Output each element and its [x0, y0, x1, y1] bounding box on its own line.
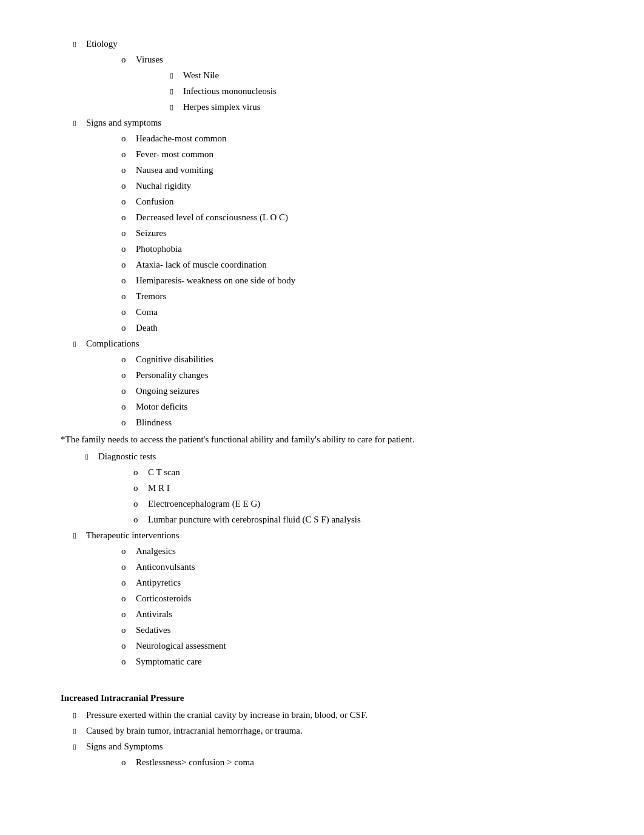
coma-item: o Coma	[61, 305, 595, 319]
bullet-l2-personality: o	[121, 368, 136, 382]
cognitive-label: Cognitive disabilities	[136, 352, 213, 367]
bullet-l2-ct-scan: o	[133, 465, 148, 479]
loc-item: o Decreased level of consciousness (L O …	[61, 210, 595, 225]
seizures-label: Seizures	[136, 226, 167, 240]
infectious-mono-item: ▯ Infectious mononucleosis	[61, 84, 595, 98]
icp-heading: Increased Intracranial Pressure	[61, 691, 595, 705]
mri-item: o M R I	[61, 481, 595, 495]
ongoing-seizures-item: o Ongoing seizures	[61, 384, 595, 398]
icp-pressure-item: ▯ Pressure exerted within the cranial ca…	[61, 708, 595, 722]
motor-deficits-item: o Motor deficits	[61, 399, 595, 414]
motor-deficits-label: Motor deficits	[136, 399, 187, 414]
fever-label: Fever- most common	[136, 147, 213, 161]
sedatives-item: o Sedatives	[61, 623, 595, 637]
bullet-l2-mri: o	[133, 481, 148, 495]
restlessness-label: Restlessness> confusion > coma	[136, 755, 254, 769]
anticonvulsants-label: Anticonvulsants	[136, 559, 195, 574]
bullet-l2-ongoing-seizures: o	[121, 384, 136, 398]
tremors-item: o Tremors	[61, 289, 595, 303]
antivirals-label: Antivirals	[136, 607, 172, 621]
mri-label: M R I	[148, 481, 170, 495]
west-nile-label: West Nile	[183, 68, 219, 83]
eeg-item: o Electroencephalogram (E E G)	[61, 496, 595, 511]
bullet-l2-coma: o	[121, 305, 136, 319]
nuchal-item: o Nuchal rigidity	[61, 178, 595, 193]
ct-scan-label: C T scan	[148, 465, 180, 479]
bullet-l2-photophobia: o	[121, 242, 136, 256]
bullet-l2-nausea: o	[121, 163, 136, 177]
bullet-l2-sedatives: o	[121, 623, 136, 637]
etiology-item: ▯ Etiology	[61, 36, 595, 51]
bullet-l1-diagnostic: ▯	[85, 451, 98, 462]
bullet-l2-restlessness: o	[121, 755, 136, 769]
tremors-label: Tremors	[136, 289, 166, 303]
bullet-l2-death: o	[121, 320, 136, 335]
therapeutic-item: ▯ Therapeutic interventions	[61, 528, 595, 543]
blindness-item: o Blindness	[61, 415, 595, 430]
bullet-l1-icp-signs: ▯	[73, 742, 86, 752]
bullet-l1-complications: ▯	[73, 339, 86, 350]
herpes-item: ▯ Herpes simplex virus	[61, 100, 595, 114]
bullet-l2-tremors: o	[121, 289, 136, 303]
bullet-l2-blindness: o	[121, 415, 136, 430]
antipyretics-item: o Antipyretics	[61, 575, 595, 590]
bullet-l3-herpes: ▯	[170, 102, 183, 113]
bullet-l1-etiology: ▯	[73, 39, 86, 50]
hemiparesis-item: o Hemiparesis- weakness on one side of b…	[61, 273, 595, 288]
sedatives-label: Sedatives	[136, 623, 171, 637]
infectious-mono-label: Infectious mononucleosis	[183, 84, 277, 98]
signs-symptoms-label: Signs and symptoms	[86, 115, 161, 130]
bullet-l2-antipyretics: o	[121, 575, 136, 590]
bullet-l2-seizures: o	[121, 226, 136, 240]
analgesics-item: o Analgesics	[61, 544, 595, 558]
ongoing-seizures-label: Ongoing seizures	[136, 384, 200, 398]
antivirals-item: o Antivirals	[61, 607, 595, 621]
bullet-l2-cognitive: o	[121, 352, 136, 367]
bullet-l2-fever: o	[121, 147, 136, 161]
diagnostic-tests-label: Diagnostic tests	[98, 449, 156, 464]
neurological-label: Neurological assessment	[136, 638, 226, 653]
icp-pressure-label: Pressure exerted within the cranial cavi…	[86, 708, 367, 722]
headache-label: Headache-most common	[136, 131, 227, 146]
bullet-l2-hemiparesis: o	[121, 273, 136, 288]
confusion-label: Confusion	[136, 194, 174, 209]
bullet-l1-icp-caused: ▯	[73, 726, 86, 737]
ataxia-item: o Ataxia- lack of muscle coordination	[61, 257, 595, 272]
nuchal-label: Nuchal rigidity	[136, 178, 191, 193]
hemiparesis-label: Hemiparesis- weakness on one side of bod…	[136, 273, 295, 288]
bullet-l2-symptomatic-care: o	[121, 654, 136, 669]
bullet-l2-neurological: o	[121, 638, 136, 653]
signs-symptoms-item: ▯ Signs and symptoms	[61, 115, 595, 130]
bullet-l2-eeg: o	[133, 496, 148, 511]
icp-caused-label: Caused by brain tumor, intracranial hemo…	[86, 723, 303, 738]
bullet-l3-mono: ▯	[170, 86, 183, 97]
seizures-item: o Seizures	[61, 226, 595, 240]
bullet-l2-analgesics: o	[121, 544, 136, 558]
bullet-l1-therapeutic: ▯	[73, 530, 86, 541]
icp-caused-item: ▯ Caused by brain tumor, intracranial he…	[61, 723, 595, 738]
bullet-l2-loc: o	[121, 210, 136, 225]
main-content: ▯ Etiology o Viruses ▯ West Nile ▯ Infec…	[61, 36, 595, 769]
corticosteroids-item: o Corticosteroids	[61, 591, 595, 606]
death-item: o Death	[61, 320, 595, 335]
death-label: Death	[136, 320, 158, 335]
herpes-label: Herpes simplex virus	[183, 100, 260, 114]
bullet-l1-signs: ▯	[73, 118, 86, 129]
bullet-l2-headache: o	[121, 131, 136, 146]
bullet-l2-viruses: o	[121, 52, 136, 67]
coma-label: Coma	[136, 305, 158, 319]
antipyretics-label: Antipyretics	[136, 575, 181, 590]
bullet-l2-corticosteroids: o	[121, 591, 136, 606]
icp-signs-label: Signs and Symptoms	[86, 739, 163, 754]
bullet-l2-antivirals: o	[121, 607, 136, 621]
neurological-item: o Neurological assessment	[61, 638, 595, 653]
complications-item: ▯ Complications	[61, 336, 595, 351]
personality-label: Personality changes	[136, 368, 209, 382]
headache-item: o Headache-most common	[61, 131, 595, 146]
west-nile-item: ▯ West Nile	[61, 68, 595, 83]
confusion-item: o Confusion	[61, 194, 595, 209]
bullet-l2-motor-deficits: o	[121, 399, 136, 414]
viruses-item: o Viruses	[61, 52, 595, 67]
cognitive-item: o Cognitive disabilities	[61, 352, 595, 367]
nausea-item: o Nausea and vomiting	[61, 163, 595, 177]
